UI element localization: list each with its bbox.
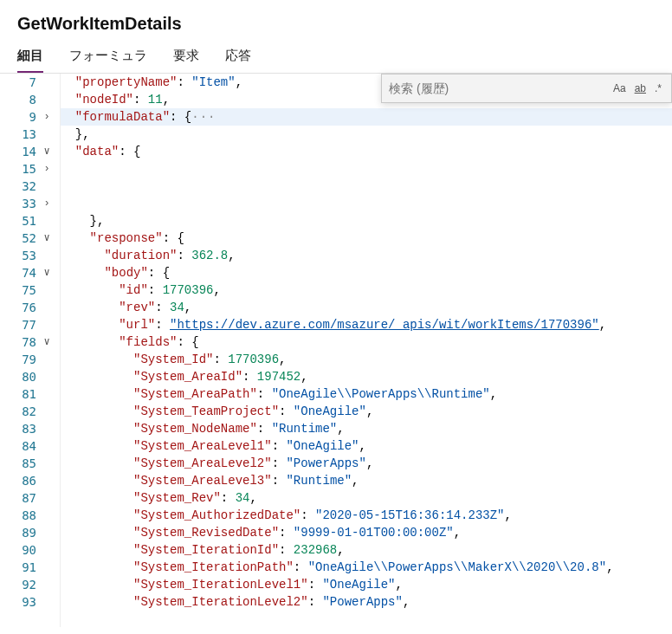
fold-expanded-icon[interactable]: ∨: [41, 143, 53, 160]
code-line[interactable]: 13 },: [61, 126, 672, 143]
token: "id": [119, 281, 148, 299]
token: "System_TeamProject": [133, 403, 279, 420]
token: "System_AuthorizedDate": [133, 507, 300, 524]
line-number: 13: [0, 126, 36, 143]
code-line[interactable]: 93 "System_IterationLevel2": "PowerApps"…: [61, 593, 672, 611]
token: "duration": [104, 247, 177, 264]
token: :: [148, 281, 163, 299]
token: "System_AreaLevel1": [133, 437, 272, 455]
code-line[interactable]: 79 "System_Id": 1770396,: [61, 351, 672, 368]
token: "https://dev.azure.com/msazure/_apis/wit…: [170, 316, 599, 333]
token: ,: [184, 299, 191, 316]
token: :: [155, 299, 170, 316]
line-number: 86: [0, 472, 36, 489]
line-number: 53: [0, 247, 36, 264]
code-line[interactable]: 9› "formulaData": {···: [61, 108, 672, 126]
line-number: 84: [0, 437, 36, 455]
code-line[interactable]: 15›: [61, 160, 672, 178]
code-line[interactable]: 74∨ "body": {: [61, 264, 672, 281]
token: ···: [191, 108, 216, 126]
regex-icon[interactable]: .*: [650, 81, 666, 96]
code-line[interactable]: 88 "System_AuthorizedDate": "2020-05-15T…: [61, 507, 672, 524]
token: "System_AreaLevel2": [133, 455, 272, 472]
tab-formula[interactable]: フォーミュラ: [69, 48, 147, 73]
code-line[interactable]: 87 "System_Rev": 34,: [61, 489, 672, 507]
match-whole-word-icon[interactable]: ab: [630, 81, 650, 96]
line-number: 87: [0, 489, 36, 507]
line-number: 32: [0, 178, 36, 195]
token: ,: [359, 437, 365, 455]
fold-collapsed-icon[interactable]: ›: [41, 108, 53, 126]
search-input[interactable]: [387, 78, 609, 99]
code-line[interactable]: 76 "rev": 34,: [61, 299, 672, 316]
code-line[interactable]: 14∨ "data": {: [61, 143, 672, 160]
code-line[interactable]: 83 "System_NodeName": "Runtime",: [61, 420, 672, 437]
code-line[interactable]: 32: [61, 178, 672, 195]
code-line[interactable]: 51 },: [61, 212, 672, 230]
code-line[interactable]: 78∨ "fields": {: [61, 333, 672, 351]
fold-expanded-icon[interactable]: ∨: [41, 264, 53, 281]
line-number: 8: [0, 91, 36, 108]
code-line[interactable]: 82 "System_TeamProject": "OneAgile",: [61, 403, 672, 420]
token: ,: [454, 524, 461, 541]
line-number: 88: [0, 507, 36, 524]
code-line[interactable]: 52∨ "response": {: [61, 230, 672, 247]
tab-detail[interactable]: 細目: [17, 48, 43, 73]
line-number: 83: [0, 420, 36, 437]
line-number: 9: [0, 108, 36, 126]
token: : {: [163, 230, 184, 247]
tab-response[interactable]: 応答: [225, 48, 251, 73]
token: "OneAgile\\PowerApps\\Runtime": [272, 385, 490, 403]
token: ,: [337, 541, 344, 559]
token: ,: [228, 247, 235, 264]
code-line[interactable]: 77 "url": "https://dev.azure.com/msazure…: [61, 316, 672, 333]
fold-collapsed-icon[interactable]: ›: [41, 160, 53, 178]
fold-expanded-icon[interactable]: ∨: [41, 333, 53, 351]
code-line[interactable]: 84 "System_AreaLevel1": "OneAgile",: [61, 437, 672, 455]
token: "System_AreaLevel3": [133, 472, 272, 489]
fold-collapsed-icon[interactable]: ›: [41, 195, 53, 212]
token: ,: [366, 403, 373, 420]
code-line[interactable]: 91 "System_IterationPath": "OneAgile\\Po…: [61, 559, 672, 576]
fold-expanded-icon[interactable]: ∨: [41, 230, 53, 247]
token: :: [272, 437, 287, 455]
page-title: GetWorkItemDetails: [17, 14, 655, 34]
match-case-icon[interactable]: Aa: [609, 81, 630, 96]
token: "9999-01-01T00:00:00Z": [294, 524, 454, 541]
token: 197452: [257, 368, 300, 385]
code-line[interactable]: 53 "duration": 362.8,: [61, 247, 672, 264]
token: "PowerApps": [322, 593, 402, 611]
code-line[interactable]: 89 "System_RevisedDate": "9999-01-01T00:…: [61, 524, 672, 541]
token: "System_AreaPath": [133, 385, 257, 403]
token: "response": [90, 230, 163, 247]
token: "body": [104, 264, 147, 281]
code-line[interactable]: 86 "System_AreaLevel3": "Runtime",: [61, 472, 672, 489]
token: "Runtime": [286, 472, 352, 489]
token: ,: [490, 385, 497, 403]
token: "PowerApps": [286, 455, 365, 472]
token: 34: [170, 299, 184, 316]
code-line[interactable]: 81 "System_AreaPath": "OneAgile\\PowerAp…: [61, 385, 672, 403]
token: ,: [249, 489, 256, 507]
token: "System_IterationLevel1": [133, 576, 308, 593]
token: 1770396: [163, 281, 214, 299]
token: :: [242, 368, 257, 385]
token: "System_IterationLevel2": [133, 593, 308, 611]
line-number: 91: [0, 559, 36, 576]
line-number: 78: [0, 333, 36, 351]
code-line[interactable]: 90 "System_IterationId": 232968,: [61, 541, 672, 559]
line-number: 92: [0, 576, 36, 593]
code-editor[interactable]: 7 "propertyName": "Item",8 "nodeId": 11,…: [61, 74, 672, 611]
code-line[interactable]: 85 "System_AreaLevel2": "PowerApps",: [61, 455, 672, 472]
token: :: [177, 247, 191, 264]
code-line[interactable]: 33›: [61, 195, 672, 212]
token: 362.8: [191, 247, 228, 264]
token: "System_RevisedDate": [133, 524, 279, 541]
token: :: [257, 420, 272, 437]
code-line[interactable]: 92 "System_IterationLevel1": "OneAgile",: [61, 576, 672, 593]
tab-request[interactable]: 要求: [173, 48, 199, 73]
code-line[interactable]: 80 "System_AreaId": 197452,: [61, 368, 672, 385]
token: ,: [163, 91, 170, 108]
code-line[interactable]: 75 "id": 1770396,: [61, 281, 672, 299]
token: },: [90, 212, 105, 230]
